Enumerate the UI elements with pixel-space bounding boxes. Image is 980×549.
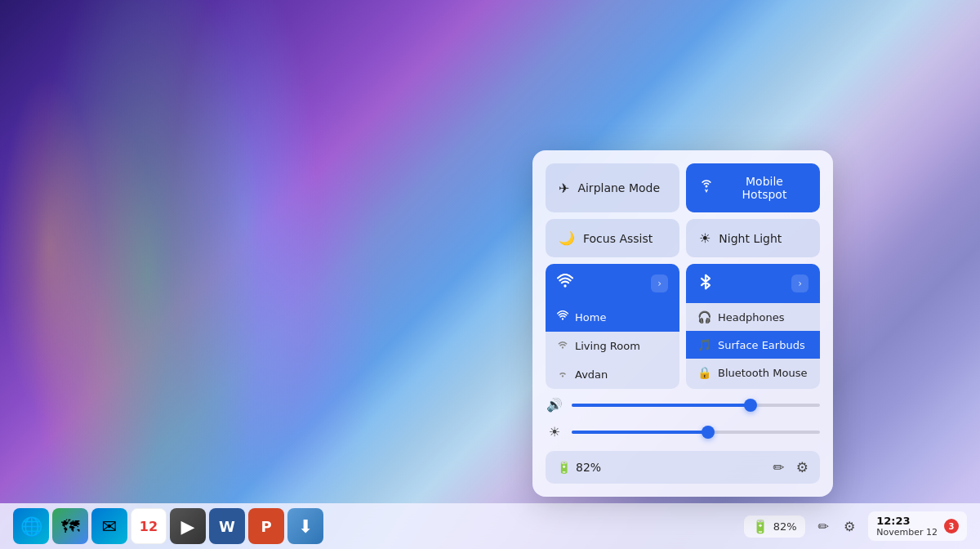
wifi-header[interactable]: › [546,264,679,303]
panel-bottom-bar: 🔋 82% ✏ ⚙ [546,451,820,484]
panel-battery-icon: 🔋 [557,461,571,474]
bluetooth-icon [697,274,714,293]
svg-point-2 [562,318,564,319]
panel-battery-text: 82% [576,461,601,474]
wifi-network-home[interactable]: Home [546,303,679,332]
bt-device-headphones[interactable]: 🎧 Headphones [686,303,820,331]
focus-assist-icon: 🌙 [559,230,575,246]
taskbar-app-download[interactable]: ⬇ [287,508,323,544]
taskbar-battery-icon: 🔋 [752,519,768,534]
panel-action-buttons: ✏ ⚙ [773,459,809,475]
brightness-icon: ☀ [546,424,564,440]
volume-slider-row: 🔊 [546,397,820,413]
airplane-mode-button[interactable]: ✈ Airplane Mode [546,163,679,212]
qs-top-row: ✈ Airplane Mode Mobile Hotspot [546,163,820,212]
wifi-living-label: Living Room [575,340,640,352]
taskbar-app-mail[interactable]: ✉ [91,508,127,544]
bt-earbuds-label: Surface Earbuds [718,339,805,351]
mobile-hotspot-button[interactable]: Mobile Hotspot [686,163,820,212]
taskbar-battery-text: 82% [773,520,797,533]
night-light-label: Night Light [719,232,782,245]
bt-earbuds-icon: 🎵 [697,338,711,351]
taskbar-date: November 12 [876,527,938,538]
wifi-living-icon [557,339,568,353]
taskbar-app-media[interactable]: ▶ [170,508,206,544]
focus-assist-button[interactable]: 🌙 Focus Assist [546,219,679,257]
taskbar-battery[interactable]: 🔋 82% [744,516,805,538]
taskbar-apps: 🌐 🗺 ✉ 12 ▶ W P ⬇ [13,508,323,544]
wifi-column: › Home [546,264,679,389]
volume-track[interactable] [572,404,820,407]
ppt-icon: P [261,518,271,535]
svg-point-3 [562,346,564,348]
bt-mouse-label: Bluetooth Mouse [718,367,807,379]
taskbar-datetime[interactable]: 12:23 November 12 3 [868,511,967,541]
night-light-icon: ☀ [699,230,710,246]
airplane-icon: ✈ [559,181,569,196]
brightness-thumb[interactable] [702,426,715,439]
bt-mouse-icon: 🔒 [697,366,711,379]
qs-expand-grid: › Home [546,264,820,389]
wifi-home-icon [557,310,568,324]
download-icon: ⬇ [298,516,313,537]
bluetooth-header[interactable]: › [686,264,820,303]
sliders-section: 🔊 ☀ [546,397,820,440]
mobile-hotspot-label: Mobile Hotspot [722,175,807,201]
calendar-icon: 12 [140,519,158,534]
taskbar-app-edge[interactable]: 🌐 [13,508,49,544]
wifi-expand-arrow[interactable]: › [651,274,668,292]
wifi-avdan-icon [557,368,568,382]
media-icon: ▶ [181,516,195,537]
taskbar-app-calendar[interactable]: 12 [131,508,167,544]
word-icon: W [219,518,235,535]
svg-point-0 [706,185,708,188]
ribbon-overlay [0,0,980,549]
panel-edit-button[interactable]: ✏ [773,459,785,475]
airplane-mode-label: Airplane Mode [577,181,660,194]
taskbar: 🌐 🗺 ✉ 12 ▶ W P ⬇ 🔋 82% ✏ ⚙ [0,503,980,549]
taskbar-app-word[interactable]: W [209,508,245,544]
night-light-button[interactable]: ☀ Night Light [686,219,820,257]
datetime-text-block: 12:23 November 12 [876,515,938,538]
bluetooth-expand-arrow[interactable]: › [791,274,808,292]
wifi-avdan-label: Avdan [575,368,608,381]
edge-icon: 🌐 [20,516,42,537]
wifi-network-avdan[interactable]: Avdan [546,360,679,389]
taskbar-time: 12:23 [876,515,938,527]
bt-headphones-icon: 🎧 [697,310,711,324]
volume-fill [572,404,751,407]
volume-icon: 🔊 [546,397,564,413]
bt-headphones-label: Headphones [718,311,784,324]
bt-device-mouse[interactable]: 🔒 Bluetooth Mouse [686,359,820,386]
svg-point-1 [564,284,566,287]
taskbar-edit-icon[interactable]: ✏ [815,516,832,538]
taskbar-app-ppt[interactable]: P [248,508,284,544]
taskbar-app-maps[interactable]: 🗺 [52,508,88,544]
wifi-icon [557,274,573,293]
notification-badge[interactable]: 3 [944,519,959,533]
taskbar-settings-icon[interactable]: ⚙ [840,516,858,538]
mail-icon: ✉ [102,516,117,537]
wifi-network-living[interactable]: Living Room [546,332,679,360]
bluetooth-column: › 🎧 Headphones 🎵 Surface Earbuds 🔒 Bluet… [686,264,820,389]
qs-second-row: 🌙 Focus Assist ☀ Night Light [546,219,820,257]
taskbar-action-icons: ✏ ⚙ [815,516,859,538]
maps-icon: 🗺 [61,516,79,537]
svg-point-4 [562,375,564,377]
wifi-home-label: Home [575,311,606,324]
bt-device-earbuds[interactable]: 🎵 Surface Earbuds [686,331,820,359]
panel-settings-button[interactable]: ⚙ [796,459,808,475]
brightness-slider-row: ☀ [546,424,820,440]
qs-network-section: › Home [546,264,820,389]
panel-battery-info: 🔋 82% [557,461,601,474]
quick-settings-panel: ✈ Airplane Mode Mobile Hotspot 🌙 Focus A… [532,150,833,497]
volume-thumb[interactable] [744,399,757,412]
focus-assist-label: Focus Assist [583,232,653,245]
brightness-track[interactable] [572,431,820,434]
brightness-fill [572,431,708,434]
taskbar-system-area: 🔋 82% ✏ ⚙ 12:23 November 12 3 [744,511,967,541]
hotspot-icon [699,179,714,197]
